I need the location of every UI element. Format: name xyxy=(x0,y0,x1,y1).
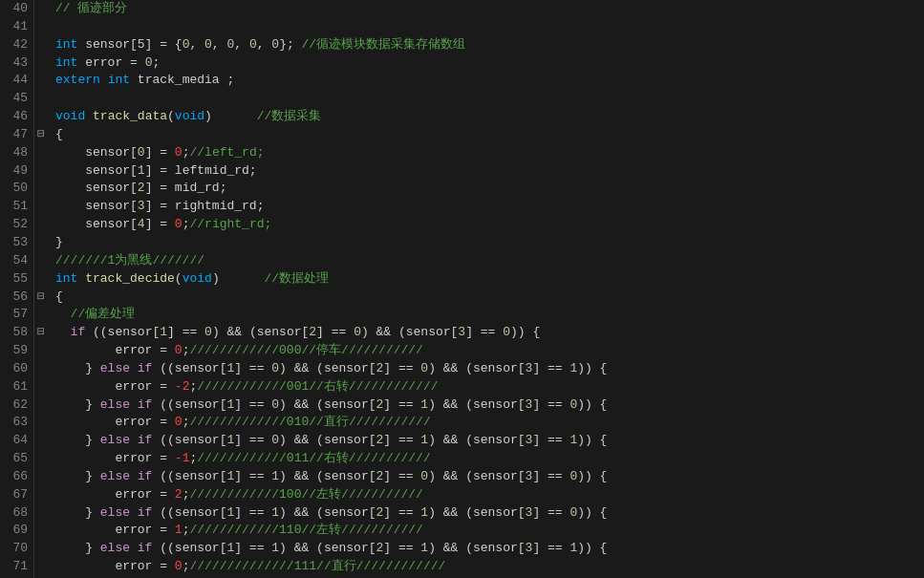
code-line: 45 xyxy=(0,90,924,108)
line-number: 56 xyxy=(0,289,34,307)
code-line: 65 error = -1;////////////011//右转///////… xyxy=(0,450,924,468)
line-number: 45 xyxy=(0,90,34,108)
line-content: int sensor[5] = {0, 0, 0, 0, 0}; //循迹模块数… xyxy=(48,36,924,54)
line-content: } xyxy=(48,234,924,252)
code-line: 56⊟{ xyxy=(0,289,924,307)
line-number: 66 xyxy=(0,468,34,486)
line-number: 63 xyxy=(0,414,34,432)
line-number: 61 xyxy=(0,378,34,396)
line-content: ///////1为黑线/////// xyxy=(48,252,924,270)
line-number: 55 xyxy=(0,270,34,289)
line-content: } else if ((sensor[1] == 0) && (sensor[2… xyxy=(48,360,924,378)
code-line: 66 } else if ((sensor[1] == 1) && (senso… xyxy=(0,468,924,486)
line-number: 46 xyxy=(0,108,34,126)
line-content: error = -1;////////////011//右转//////////… xyxy=(48,450,924,468)
line-content: if ((sensor[1] == 0) && (sensor[2] == 0)… xyxy=(48,324,924,342)
line-content: error = 1;////////////110//左转/////////// xyxy=(48,522,924,540)
line-content: extern int track_media ; xyxy=(48,72,924,90)
code-line: 62 } else if ((sensor[1] == 0) && (senso… xyxy=(0,396,924,415)
line-number: 58 xyxy=(0,324,34,342)
line-content: } else if ((sensor[1] == 0) && (sensor[2… xyxy=(48,396,924,415)
code-line: 42 int sensor[5] = {0, 0, 0, 0, 0}; //循迹… xyxy=(0,36,924,54)
line-content: void track_data(void) //数据采集 xyxy=(48,108,924,126)
code-line: 58⊟ if ((sensor[1] == 0) && (sensor[2] =… xyxy=(0,324,924,342)
line-content: error = -2;////////////001//右转//////////… xyxy=(48,378,924,396)
code-line: 67 error = 2;////////////100//左转////////… xyxy=(0,486,924,504)
code-line: 70 } else if ((sensor[1] == 1) && (senso… xyxy=(0,540,924,558)
code-line: 69 error = 1;////////////110//左转////////… xyxy=(0,522,924,540)
code-line: 43 int error = 0; xyxy=(0,54,924,73)
line-number: 40 xyxy=(0,0,34,18)
line-content: } else if ((sensor[1] == 0) && (sensor[2… xyxy=(48,432,924,450)
line-number: 42 xyxy=(0,36,34,54)
code-line: 51 sensor[3] = rightmid_rd; xyxy=(0,198,924,216)
line-number: 52 xyxy=(0,216,34,234)
line-content: { xyxy=(48,126,924,144)
code-line: 49 sensor[1] = leftmid_rd; xyxy=(0,162,924,181)
line-content: int error = 0; xyxy=(48,54,924,73)
line-content: error = 2;////////////100//左转/////////// xyxy=(48,486,924,504)
code-line: 52 sensor[4] = 0;//right_rd; xyxy=(0,216,924,234)
code-line: 40 // 循迹部分 xyxy=(0,0,924,18)
code-line: 44 extern int track_media ; xyxy=(0,72,924,90)
line-content: sensor[3] = rightmid_rd; xyxy=(48,198,924,216)
code-line: 47⊟{ xyxy=(0,126,924,144)
line-number: 54 xyxy=(0,252,34,270)
line-number: 47 xyxy=(0,126,34,144)
code-line: 68 } else if ((sensor[1] == 1) && (senso… xyxy=(0,504,924,523)
line-content: sensor[1] = leftmid_rd; xyxy=(48,162,924,181)
line-content: } else if ((sensor[1] == 1) && (sensor[2… xyxy=(48,468,924,486)
line-number: 44 xyxy=(0,72,34,90)
line-number: 69 xyxy=(0,522,34,540)
line-content: } else if ((sensor[1] == 1) && (sensor[2… xyxy=(48,540,924,558)
code-line: 71 error = 0;//////////////111//直行//////… xyxy=(0,558,924,576)
line-number: 65 xyxy=(0,450,34,468)
line-content: sensor[0] = 0;//left_rd; xyxy=(48,144,924,162)
line-number: 67 xyxy=(0,486,34,504)
line-number: 71 xyxy=(0,558,34,576)
line-content: int track_decide(void) //数据处理 xyxy=(48,270,924,289)
code-line: 64 } else if ((sensor[1] == 0) && (senso… xyxy=(0,432,924,450)
line-content: error = 0;////////////000//停车/////////// xyxy=(48,342,924,360)
line-number: 41 xyxy=(0,18,34,36)
line-number: 60 xyxy=(0,360,34,378)
fold-icon[interactable]: ⊟ xyxy=(34,289,48,307)
line-number: 68 xyxy=(0,504,34,523)
line-number: 70 xyxy=(0,540,34,558)
code-editor: 40 // 循迹部分41 42 int sensor[5] = {0, 0, 0… xyxy=(0,0,924,578)
line-content: } else if ((sensor[1] == 1) && (sensor[2… xyxy=(48,504,924,523)
line-number: 64 xyxy=(0,432,34,450)
line-number: 43 xyxy=(0,54,34,73)
code-line: 54 ///////1为黑线/////// xyxy=(0,252,924,270)
line-number: 50 xyxy=(0,180,34,198)
line-content: sensor[4] = 0;//right_rd; xyxy=(48,216,924,234)
code-line: 63 error = 0;/////////////010//直行///////… xyxy=(0,414,924,432)
line-number: 62 xyxy=(0,396,34,415)
code-line: 46 void track_data(void) //数据采集 xyxy=(0,108,924,126)
code-line: 50 sensor[2] = mid_rd; xyxy=(0,180,924,198)
code-line: 59 error = 0;////////////000//停车////////… xyxy=(0,342,924,360)
line-content: //偏差处理 xyxy=(48,306,924,324)
code-line: 55 int track_decide(void) //数据处理 xyxy=(0,270,924,289)
line-content: error = 0;/////////////010//直行//////////… xyxy=(48,414,924,432)
line-number: 48 xyxy=(0,144,34,162)
line-number: 57 xyxy=(0,306,34,324)
line-content: { xyxy=(48,289,924,307)
fold-icon[interactable]: ⊟ xyxy=(34,126,48,144)
code-line: 41 xyxy=(0,18,924,36)
code-line: 53 } xyxy=(0,234,924,252)
line-content: error = 0;//////////////111//直行/////////… xyxy=(48,558,924,576)
line-number: 59 xyxy=(0,342,34,360)
line-number: 53 xyxy=(0,234,34,252)
line-number: 49 xyxy=(0,162,34,181)
code-line: 60 } else if ((sensor[1] == 0) && (senso… xyxy=(0,360,924,378)
code-line: 57 //偏差处理 xyxy=(0,306,924,324)
line-content: sensor[2] = mid_rd; xyxy=(48,180,924,198)
line-number: 51 xyxy=(0,198,34,216)
code-line: 61 error = -2;////////////001//右转///////… xyxy=(0,378,924,396)
code-line: 48 sensor[0] = 0;//left_rd; xyxy=(0,144,924,162)
line-content: // 循迹部分 xyxy=(48,0,924,18)
fold-icon[interactable]: ⊟ xyxy=(34,324,48,342)
